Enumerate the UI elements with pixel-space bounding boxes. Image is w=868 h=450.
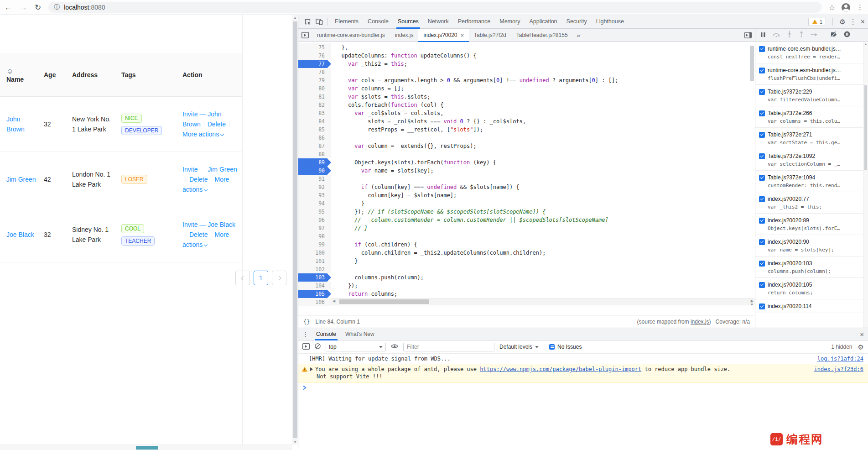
line-number[interactable]: 94 (298, 199, 331, 208)
breakpoint-checkbox[interactable] (759, 153, 765, 159)
breakpoint-entry[interactable]: Table.js?372e:1094customRender: this.ren… (755, 171, 863, 192)
step-over-icon[interactable] (772, 31, 780, 39)
user-name-link[interactable]: John Brown (6, 114, 39, 134)
file-tab-index-js[interactable]: index.js (390, 29, 419, 42)
line-number[interactable]: 79 (298, 76, 331, 84)
breakpoint-entry[interactable]: index.js?0020:105return columns; (755, 278, 863, 299)
line-number[interactable]: 97 (298, 224, 331, 232)
forward-icon[interactable]: → (20, 4, 27, 11)
breakpoint-checkbox[interactable] (759, 89, 765, 95)
line-number[interactable]: 91 (298, 175, 331, 183)
devtools-menu-icon[interactable]: ⋮ (850, 18, 857, 26)
line-number[interactable]: 88 (298, 150, 331, 158)
breakpoint-checkbox[interactable] (759, 175, 765, 181)
breakpoint-checkbox[interactable] (759, 196, 765, 202)
show-navigator-icon[interactable] (298, 32, 312, 38)
console-log-message[interactable]: [HMR] Waiting for update signal from WDS… (298, 354, 868, 364)
expand-triangle-icon[interactable] (310, 367, 313, 371)
line-number[interactable]: 76 (298, 52, 331, 60)
delete-link[interactable]: Delete (189, 176, 208, 183)
breakpoint-entry[interactable]: runtime-core.esm-bundler.js…const nextTr… (755, 42, 863, 63)
breakpoint-entry[interactable]: Table.js?372e:271var sortState = this.ge… (755, 128, 863, 149)
close-file-tab-icon[interactable]: × (460, 32, 464, 38)
scrollbar-thumb[interactable] (293, 21, 297, 438)
console-warning-message[interactable]: You are using a whole package of antd, p… (298, 364, 868, 383)
breakpoint-checkbox[interactable] (759, 218, 765, 224)
more-actions-link[interactable]: More actions (182, 131, 223, 138)
devtools-settings-icon[interactable]: ⚙ (839, 18, 845, 25)
scroll-down-icon[interactable]: ▼ (749, 303, 755, 307)
scrollbar-thumb[interactable] (750, 46, 754, 81)
line-number[interactable]: 81 (298, 93, 331, 101)
editor-vertical-scrollbar[interactable]: ▼ (749, 42, 755, 307)
line-number[interactable]: 104 (298, 282, 331, 290)
back-icon[interactable]: ← (5, 4, 12, 11)
delete-link[interactable]: Delete (208, 120, 226, 128)
sidebar-scrollbar[interactable]: ▲ (863, 42, 868, 328)
breakpoint-marker[interactable]: 90 (298, 167, 331, 175)
breakpoint-marker[interactable]: 103 (298, 273, 331, 282)
console-settings-icon[interactable]: ⚙ (858, 344, 864, 351)
console-filter-input[interactable]: Filter (403, 343, 494, 351)
delete-link[interactable]: Delete (189, 231, 208, 238)
deactivate-breakpoints-icon[interactable] (831, 31, 837, 39)
line-number[interactable]: 78 (298, 68, 331, 76)
pagination-next-button[interactable] (272, 271, 286, 285)
editor-horizontal-scrollbar[interactable]: ◀ ▶ (331, 298, 755, 305)
breakpoint-checkbox[interactable] (759, 110, 765, 116)
pagination-prev-button[interactable] (235, 271, 250, 285)
bookmark-star-icon[interactable]: ☆ (829, 3, 835, 12)
user-name-link[interactable]: Jim Green (6, 174, 36, 184)
line-number[interactable]: 95 (298, 208, 331, 216)
drawer-close-icon[interactable]: × (860, 330, 864, 338)
scrollbar-thumb[interactable] (864, 85, 867, 170)
pause-on-exceptions-icon[interactable] (844, 31, 850, 39)
log-levels-select[interactable]: Default levels (499, 344, 539, 350)
tab-performance[interactable]: Performance (453, 15, 495, 29)
line-number[interactable]: 98 (298, 232, 331, 241)
scrollbar-thumb[interactable] (339, 299, 429, 304)
breakpoint-entry[interactable]: index.js?0020:114 (755, 299, 863, 313)
tab-whats-new[interactable]: What's New (341, 328, 379, 340)
pretty-print-icon[interactable]: {} (303, 319, 310, 325)
step-into-icon[interactable] (787, 31, 792, 39)
line-number[interactable]: 75 (298, 43, 331, 52)
source-location-link[interactable]: log.js?1afd:24 (817, 355, 863, 362)
browser-menu-icon[interactable]: ⋮ (857, 3, 863, 11)
line-number[interactable]: 93 (298, 191, 331, 199)
inspect-element-icon[interactable] (301, 16, 313, 28)
device-toolbar-icon[interactable] (313, 16, 325, 28)
source-map-link[interactable]: index.js (691, 319, 709, 325)
open-debugger-panel-icon[interactable] (741, 32, 755, 38)
breakpoint-entry[interactable]: runtime-core.esm-bundler.js…flushPreFlus… (755, 63, 863, 85)
breakpoint-marker[interactable]: 77 (298, 60, 331, 68)
tab-sources[interactable]: Sources (393, 15, 423, 29)
pause-script-icon[interactable] (760, 31, 766, 39)
page-vertical-scrollbar[interactable]: ▲ ▼ (292, 15, 298, 445)
line-number[interactable]: 99 (298, 241, 331, 249)
line-number[interactable]: 86 (298, 134, 331, 142)
line-number[interactable]: 101 (298, 257, 331, 265)
clear-console-icon[interactable] (315, 343, 321, 351)
scrollbar-thumb[interactable] (136, 446, 158, 450)
breakpoint-checkbox[interactable] (759, 282, 765, 288)
address-bar[interactable]: ⓘ localhost:8080 (48, 2, 821, 13)
issues-counter[interactable]: No Issues (549, 344, 582, 350)
breakpoint-checkbox[interactable] (759, 303, 765, 309)
line-number[interactable]: 80 (298, 84, 331, 93)
scroll-left-icon[interactable]: ◀ (333, 299, 335, 303)
breakpoint-entry[interactable]: index.js?0020:103columns.push(column); (755, 256, 863, 278)
invite-link[interactable]: Invite — Joe Black (182, 221, 235, 228)
tab-console[interactable]: Console (363, 15, 393, 29)
line-number[interactable]: 87 (298, 142, 331, 150)
line-number[interactable]: 92 (298, 183, 331, 191)
line-number[interactable]: 100 (298, 249, 331, 257)
scroll-up-icon[interactable]: ▲ (863, 42, 868, 46)
file-tab-index-js-0020[interactable]: index.js?0020× (418, 29, 469, 42)
breakpoint-checkbox[interactable] (759, 261, 765, 267)
reload-icon[interactable]: ↻ (35, 4, 41, 11)
console-sidebar-icon[interactable] (302, 343, 310, 351)
warnings-badge[interactable]: 1 (808, 18, 826, 26)
file-tab-runtime-core-esm-bundler-js[interactable]: runtime-core.esm-bundler.js (312, 29, 390, 42)
breakpoint-entry[interactable]: index.js?0020:77var _this2 = this; (755, 192, 863, 214)
